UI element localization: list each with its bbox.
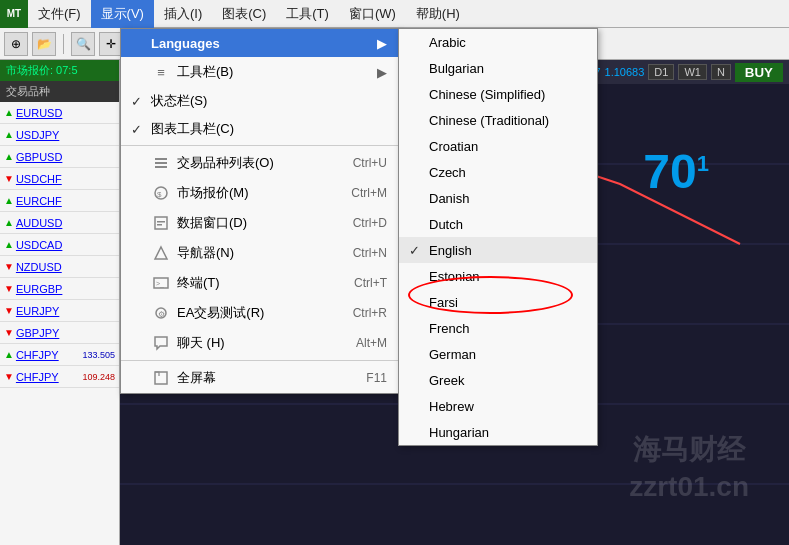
lang-label: Chinese (Traditional)	[429, 113, 549, 128]
shortcut-label: Ctrl+N	[353, 246, 387, 260]
symbol-label[interactable]: EURCHF	[16, 195, 115, 207]
menu-item-navigator[interactable]: 导航器(N) Ctrl+N	[121, 238, 399, 268]
list-item[interactable]: ▲ CHFJPY 133.505	[0, 344, 119, 366]
marketwatch-icon: $	[151, 183, 171, 203]
arrow-down-icon: ▼	[4, 327, 14, 338]
lang-item-farsi[interactable]: Farsi	[399, 289, 597, 315]
menu-tools[interactable]: 工具(T)	[276, 0, 339, 28]
open-button[interactable]: 📂	[32, 32, 56, 56]
symbol-label[interactable]: USDCHF	[16, 173, 115, 185]
lang-label: Hungarian	[429, 425, 489, 440]
menu-item-fullscreen[interactable]: 全屏幕 F11	[121, 363, 399, 393]
app-logo: MT	[0, 0, 28, 28]
menu-item-symbollist[interactable]: 交易品种列表(O) Ctrl+U	[121, 148, 399, 178]
lang-item-hebrew[interactable]: Hebrew	[399, 393, 597, 419]
charttoolbar-label: 图表工具栏(C)	[151, 120, 234, 138]
list-item[interactable]: ▲ USDCAD	[0, 234, 119, 256]
menu-help[interactable]: 帮助(H)	[406, 0, 470, 28]
lang-item-arabic[interactable]: Arabic	[399, 29, 597, 55]
symbol-label[interactable]: GBPUSD	[16, 151, 115, 163]
list-item[interactable]: ▼ USDCHF	[0, 168, 119, 190]
lang-label: Bulgarian	[429, 61, 484, 76]
lang-label: Greek	[429, 373, 464, 388]
lang-item-chinese-traditional[interactable]: Chinese (Traditional)	[399, 107, 597, 133]
check-icon: ✓	[131, 94, 142, 109]
list-item[interactable]: ▲ EURCHF	[0, 190, 119, 212]
lang-label: German	[429, 347, 476, 362]
big-price-display: 701	[643, 144, 709, 199]
lang-item-bulgarian[interactable]: Bulgarian	[399, 55, 597, 81]
lang-label: Arabic	[429, 35, 466, 50]
buy-button[interactable]: BUY	[735, 63, 783, 82]
marketwatch-label: 市场报价(M)	[177, 184, 249, 202]
lang-item-french[interactable]: French	[399, 315, 597, 341]
menu-insert[interactable]: 插入(I)	[154, 0, 212, 28]
shortcut-label: Ctrl+D	[353, 216, 387, 230]
list-item[interactable]: ▲ EURUSD	[0, 102, 119, 124]
zoom-in-button[interactable]: 🔍	[71, 32, 95, 56]
menu-item-terminal[interactable]: >_ 终端(T) Ctrl+T	[121, 268, 399, 298]
shortcut-label: Alt+M	[356, 336, 387, 350]
svg-text:⚙: ⚙	[158, 310, 165, 319]
menu-item-chat[interactable]: 聊天 (H) Alt+M	[121, 328, 399, 358]
menu-item-languages[interactable]: Languages ▶	[121, 29, 399, 57]
symbol-label[interactable]: GBPJPY	[16, 327, 115, 339]
menu-view[interactable]: 显示(V)	[91, 0, 154, 28]
list-item[interactable]: ▲ AUDUSD	[0, 212, 119, 234]
symbol-label[interactable]: USDJPY	[16, 129, 115, 141]
symbol-label[interactable]: EURJPY	[16, 305, 115, 317]
arrow-down-icon: ▼	[4, 283, 14, 294]
symbol-label[interactable]: EURGBP	[16, 283, 115, 295]
list-item[interactable]: ▼ EURGBP	[0, 278, 119, 300]
shortcut-label: Ctrl+T	[354, 276, 387, 290]
lang-label: Estonian	[429, 269, 480, 284]
menu-item-charttoolbar[interactable]: ✓ 图表工具栏(C)	[121, 115, 399, 143]
list-item[interactable]: ▼ NZDUSD	[0, 256, 119, 278]
price-value: 109.248	[82, 372, 115, 382]
list-item[interactable]: ▲ USDJPY	[0, 124, 119, 146]
list-item[interactable]: ▲ GBPUSD	[0, 146, 119, 168]
symbol-label[interactable]: EURUSD	[16, 107, 115, 119]
lang-item-czech[interactable]: Czech	[399, 159, 597, 185]
new-chart-button[interactable]: ⊕	[4, 32, 28, 56]
menu-item-datawindow[interactable]: 数据窗口(D) Ctrl+D	[121, 208, 399, 238]
ea-icon: ⚙	[151, 303, 171, 323]
lang-label: Farsi	[429, 295, 458, 310]
terminal-label: 终端(T)	[177, 274, 220, 292]
lang-item-greek[interactable]: Greek	[399, 367, 597, 393]
toolbar-icon: ≡	[151, 62, 171, 82]
lang-item-croatian[interactable]: Croatian	[399, 133, 597, 159]
menu-file[interactable]: 文件(F)	[28, 0, 91, 28]
terminal-icon: >_	[151, 273, 171, 293]
arrow-up-icon: ▲	[4, 239, 14, 250]
menu-item-marketwatch[interactable]: $ 市场报价(M) Ctrl+M	[121, 178, 399, 208]
list-item[interactable]: ▼ EURJPY	[0, 300, 119, 322]
check-icon: ✓	[131, 122, 142, 137]
lang-item-chinese-simplified[interactable]: Chinese (Simplified)	[399, 81, 597, 107]
symbol-label[interactable]: NZDUSD	[16, 261, 115, 273]
symbol-label[interactable]: CHFJPY	[16, 349, 83, 361]
symbol-label[interactable]: USDCAD	[16, 239, 115, 251]
svg-marker-31	[155, 247, 167, 259]
svg-rect-29	[157, 221, 165, 223]
menu-item-statusbar[interactable]: ✓ 状态栏(S)	[121, 87, 399, 115]
menu-charts[interactable]: 图表(C)	[212, 0, 276, 28]
lang-item-estonian[interactable]: Estonian	[399, 263, 597, 289]
lang-item-english[interactable]: ✓ English	[399, 237, 597, 263]
lang-item-danish[interactable]: Danish	[399, 185, 597, 211]
timeframe-d1[interactable]: D1	[648, 64, 674, 80]
timeframe-n[interactable]: N	[711, 64, 731, 80]
timeframe-w1[interactable]: W1	[678, 64, 707, 80]
list-item[interactable]: ▼ CHFJPY 109.248	[0, 366, 119, 388]
lang-item-dutch[interactable]: Dutch	[399, 211, 597, 237]
symbol-label[interactable]: AUDUSD	[16, 217, 115, 229]
lang-item-hungarian[interactable]: Hungarian	[399, 419, 597, 445]
menu-item-strattest[interactable]: ⚙ EA交易测试(R) Ctrl+R	[121, 298, 399, 328]
list-item[interactable]: ▼ GBPJPY	[0, 322, 119, 344]
selected-check-icon: ✓	[409, 243, 420, 258]
svg-rect-24	[155, 162, 167, 164]
menu-item-toolbar[interactable]: ≡ 工具栏(B) ▶	[121, 57, 399, 87]
menu-window[interactable]: 窗口(W)	[339, 0, 406, 28]
lang-item-german[interactable]: German	[399, 341, 597, 367]
symbol-label[interactable]: CHFJPY	[16, 371, 83, 383]
